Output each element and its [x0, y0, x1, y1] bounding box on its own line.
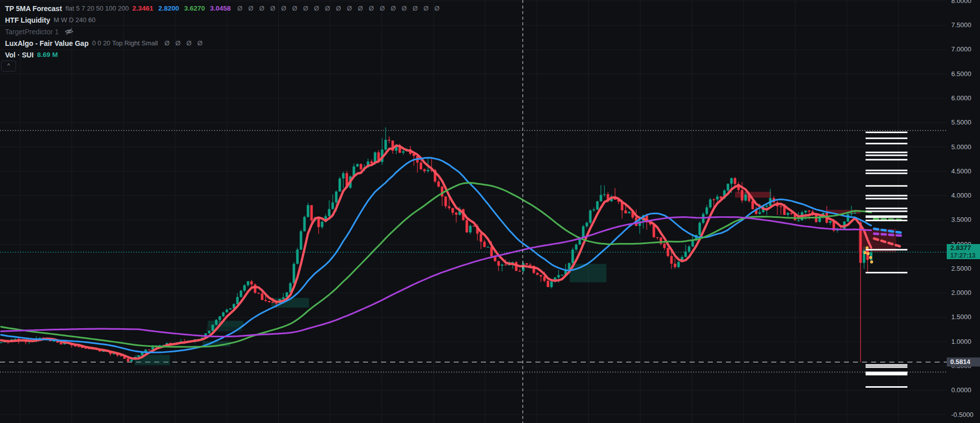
current-price-badge: 2.8377 17:27:13	[947, 244, 980, 259]
hidden-plot-icons: Ø Ø Ø Ø	[164, 39, 204, 47]
level-lines-layer	[0, 131, 947, 372]
axis-label: 2.0000	[951, 289, 971, 296]
forecast-value-blue: 2.8200	[158, 5, 179, 12]
price-axis[interactable]: 8.00007.50007.00006.50006.00005.50005.00…	[947, 0, 980, 423]
forecast-value-red: 2.3461	[133, 5, 153, 12]
volume-value: 8.69 M	[37, 51, 58, 58]
hidden-plot-icons: Ø Ø Ø Ø Ø Ø Ø Ø Ø Ø Ø Ø Ø Ø Ø Ø Ø Ø Ø	[237, 5, 442, 12]
ma-slowest	[1, 217, 871, 337]
axis-label: 1.0000	[951, 338, 971, 345]
axis-label: 4.5000	[951, 167, 971, 175]
indicator-params: M W D 240 60	[53, 16, 95, 24]
axis-label: 1.5000	[951, 313, 971, 321]
indicator-title[interactable]: TP 5MA Forecast	[5, 5, 62, 13]
axis-label: 7.0000	[951, 45, 971, 53]
axis-label: 0.0000	[951, 386, 971, 394]
indicator-params: flat 5 7 20 50 100 200	[66, 5, 129, 12]
indicator-title[interactable]: HTF Liquidity	[5, 16, 50, 24]
axis-label: 6.5000	[951, 70, 971, 78]
axis-label: 8.0000	[951, 0, 971, 5]
indicator-title[interactable]: LuxAlgo - Fair Value Gap	[5, 39, 89, 47]
ma-slow	[1, 183, 871, 347]
axis-label: 5.0000	[951, 143, 971, 151]
axis-label: 4.0000	[951, 192, 971, 199]
chart-canvas[interactable]	[0, 0, 980, 423]
axis-label: 2.5000	[951, 265, 971, 272]
axis-label: 6.0000	[951, 94, 971, 102]
forecast-value-purple: 3.0458	[210, 5, 231, 12]
axis-label: 7.5000	[951, 21, 971, 29]
trading-chart-window: TP 5MA Forecast flat 5 7 20 50 100 200 2…	[0, 0, 980, 423]
legend-row-htf-liquidity[interactable]: HTF Liquidity M W D 240 60	[5, 14, 442, 26]
low-marker-badge: 0.5814	[947, 357, 980, 367]
legend-row-volume[interactable]: Vol · SUI 8.69 M	[5, 49, 442, 61]
indicator-params: 0 0 20 Top Right Small	[92, 39, 158, 47]
indicator-values: 2.3461 2.8200 3.6270 3.0458	[133, 5, 231, 12]
indicator-legend: TP 5MA Forecast flat 5 7 20 50 100 200 2…	[5, 3, 442, 61]
candles-layer	[0, 127, 873, 362]
bar-countdown: 17:27:13	[950, 252, 980, 259]
indicator-title[interactable]: TargetPredictor 1	[5, 28, 59, 36]
forecast-value-green: 3.6270	[184, 5, 205, 12]
legend-row-targetpredictor[interactable]: TargetPredictor 1	[5, 26, 442, 37]
eye-off-icon[interactable]	[65, 28, 74, 35]
legend-row-luxalgo-fvg[interactable]: LuxAlgo - Fair Value Gap 0 0 20 Top Righ…	[5, 37, 442, 49]
axis-label: -0.5000	[951, 411, 973, 418]
current-price: 2.8377	[950, 244, 980, 252]
axis-label: 3.5000	[951, 216, 971, 223]
legend-collapse-button[interactable]: ^	[1, 61, 16, 72]
legend-row-tp5ma[interactable]: TP 5MA Forecast flat 5 7 20 50 100 200 2…	[5, 3, 442, 14]
axis-label: 5.5000	[951, 118, 971, 126]
indicator-title[interactable]: Vol · SUI	[5, 51, 34, 59]
